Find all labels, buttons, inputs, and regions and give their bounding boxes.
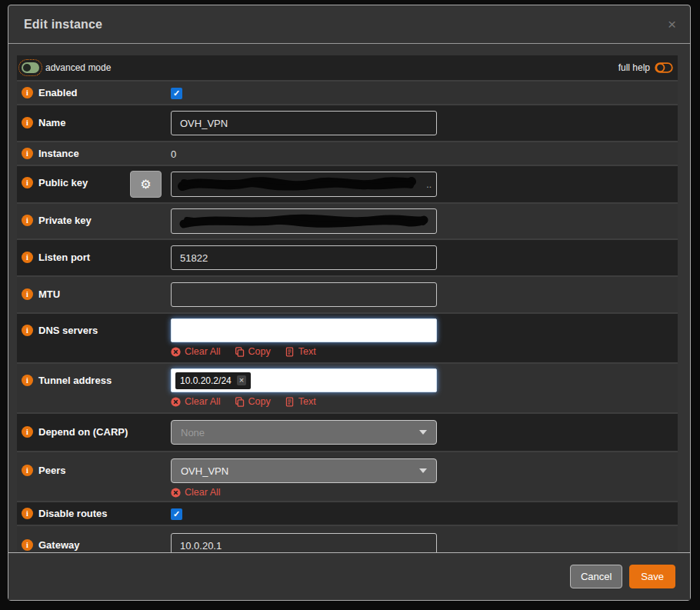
field-row-public-key: i Public key ⚙ ..	[17, 166, 678, 204]
enabled-checkbox[interactable]: ✓	[171, 88, 182, 99]
enabled-label: Enabled	[38, 87, 78, 98]
caret-down-icon	[419, 468, 427, 473]
field-row-gateway: i Gateway	[17, 526, 678, 552]
mtu-label: MTU	[38, 288, 60, 300]
info-icon[interactable]: i	[22, 375, 33, 386]
dialog-footer: Cancel Save	[8, 552, 690, 600]
field-row-disable-routes: i Disable routes ✓	[17, 502, 678, 526]
info-icon[interactable]: i	[22, 465, 33, 476]
field-row-depend-carp: i Depend on (CARP) None	[17, 414, 678, 452]
private-key-input[interactable]	[171, 208, 437, 234]
tunnel-address-label: Tunnel address	[38, 375, 112, 386]
info-icon[interactable]: i	[22, 215, 33, 226]
info-icon[interactable]: i	[22, 426, 33, 438]
dialog-title: Edit instance	[24, 18, 102, 32]
circle-x-icon	[171, 347, 181, 357]
redaction-scribble	[176, 211, 430, 232]
help-toolbar-row: advanced mode full help	[17, 55, 678, 82]
disable-routes-checkbox[interactable]: ✓	[171, 508, 182, 520]
instance-value: 0	[171, 147, 176, 160]
file-text-icon	[285, 397, 295, 407]
dialog-body: advanced mode full help i Enabled ✓	[8, 44, 690, 552]
save-button[interactable]: Save	[629, 565, 675, 588]
redaction-scribble	[176, 174, 416, 195]
info-icon[interactable]: i	[22, 539, 33, 551]
info-icon[interactable]: i	[22, 288, 33, 300]
field-row-peers: i Peers OVH_VPN Clear All	[17, 452, 678, 502]
circle-x-icon	[171, 397, 181, 407]
disable-routes-label: Disable routes	[38, 508, 108, 519]
field-row-dns-servers: i DNS servers Clear All Copy	[17, 314, 678, 364]
toggle-knob-icon	[23, 64, 31, 72]
full-help-toggle[interactable]: full help	[618, 62, 673, 73]
advanced-mode-toggle[interactable]	[22, 62, 39, 73]
field-row-private-key: i Private key	[17, 204, 678, 240]
overflow-hint: ..	[426, 179, 432, 190]
peers-select[interactable]: OVH_VPN	[171, 458, 437, 483]
depend-carp-label: Depend on (CARP)	[38, 426, 128, 438]
listen-port-label: Listen port	[38, 252, 90, 263]
circle-x-icon	[171, 488, 181, 498]
token-chip: 10.0.20.2/24 ×	[175, 372, 251, 389]
info-icon[interactable]: i	[22, 252, 33, 263]
info-icon[interactable]: i	[22, 148, 33, 159]
copy-label: Copy	[248, 346, 271, 357]
close-icon[interactable]: ×	[668, 17, 676, 32]
info-icon[interactable]: i	[22, 508, 33, 519]
token-remove-icon[interactable]: ×	[237, 375, 246, 385]
clear-all-label: Clear All	[185, 396, 221, 407]
full-help-toggle-icon	[655, 62, 673, 73]
dialog-header: Edit instance ×	[8, 5, 690, 44]
instance-label: Instance	[38, 148, 79, 159]
full-help-label: full help	[618, 62, 650, 73]
public-key-input[interactable]: ..	[171, 172, 437, 197]
edit-instance-dialog: Edit instance × advanced mode full help …	[8, 5, 691, 601]
copy-pages-icon	[235, 397, 245, 407]
dns-servers-label: DNS servers	[38, 325, 98, 336]
name-input[interactable]	[171, 111, 437, 135]
dns-copy-link[interactable]: Copy	[235, 346, 271, 357]
text-label: Text	[298, 346, 316, 357]
info-icon[interactable]: i	[22, 325, 33, 336]
listen-port-input[interactable]	[171, 245, 437, 270]
caret-down-icon	[419, 430, 427, 435]
field-row-name: i Name	[17, 105, 678, 142]
dns-servers-token-input[interactable]	[171, 318, 437, 342]
copy-pages-icon	[235, 347, 245, 357]
gateway-label: Gateway	[38, 539, 79, 551]
gateway-input[interactable]	[171, 533, 437, 552]
tunnel-address-token-input[interactable]: 10.0.20.2/24 ×	[171, 368, 437, 392]
cancel-button[interactable]: Cancel	[570, 565, 622, 588]
field-row-listen-port: i Listen port	[17, 240, 678, 277]
generate-key-button[interactable]: ⚙	[130, 171, 162, 198]
advanced-mode-label: advanced mode	[45, 62, 111, 73]
info-icon[interactable]: i	[22, 117, 33, 128]
depend-carp-value: None	[181, 427, 205, 438]
private-key-label: Private key	[38, 215, 92, 226]
gear-icon: ⚙	[140, 177, 151, 192]
tunnel-text-link[interactable]: Text	[285, 396, 316, 407]
tunnel-copy-link[interactable]: Copy	[235, 396, 271, 407]
field-row-mtu: i MTU	[17, 277, 678, 314]
field-row-tunnel-address: i Tunnel address 10.0.20.2/24 × Clear Al…	[17, 364, 678, 414]
mtu-input[interactable]	[171, 282, 437, 307]
name-label: Name	[38, 117, 65, 128]
clear-all-label: Clear All	[185, 487, 221, 498]
info-icon[interactable]: i	[22, 87, 33, 98]
field-row-instance: i Instance 0	[17, 142, 678, 166]
copy-label: Copy	[248, 396, 271, 407]
form-table: advanced mode full help i Enabled ✓	[17, 55, 678, 552]
peers-value: OVH_VPN	[181, 465, 228, 477]
dns-clear-all-link[interactable]: Clear All	[171, 346, 221, 357]
clear-all-label: Clear All	[185, 346, 221, 357]
info-icon[interactable]: i	[22, 177, 33, 188]
peers-label: Peers	[38, 465, 65, 476]
public-key-label: Public key	[38, 177, 88, 188]
token-value: 10.0.20.2/24	[180, 375, 232, 386]
depend-carp-select[interactable]: None	[171, 420, 437, 445]
peers-clear-all-link[interactable]: Clear All	[171, 487, 221, 498]
tunnel-clear-all-link[interactable]: Clear All	[171, 396, 221, 407]
dns-text-link[interactable]: Text	[285, 346, 316, 357]
field-row-enabled: i Enabled ✓	[17, 82, 678, 105]
file-text-icon	[285, 347, 295, 357]
